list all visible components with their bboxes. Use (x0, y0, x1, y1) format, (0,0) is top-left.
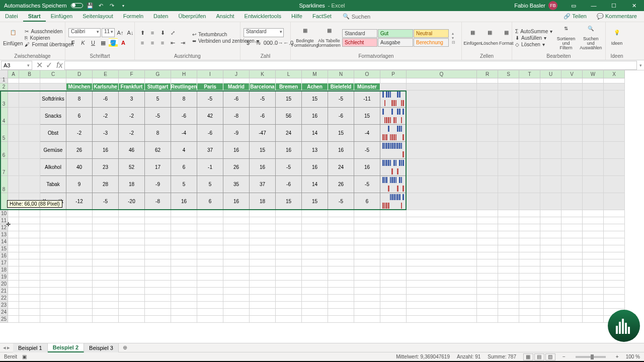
add-sheet-button[interactable]: ⊕ (119, 344, 131, 351)
cell[interactable] (498, 78, 519, 83)
underline-button[interactable]: U (89, 38, 98, 47)
cell[interactable] (8, 142, 19, 159)
cell[interactable]: -5 (354, 176, 380, 193)
font-size-select[interactable]: 11 (102, 28, 115, 37)
cell[interactable] (223, 231, 250, 238)
row-header[interactable]: 3 (0, 90, 8, 108)
cell[interactable]: 62 (145, 142, 171, 159)
cell[interactable] (119, 224, 145, 231)
cell[interactable] (145, 210, 171, 217)
col-header[interactable]: W (583, 70, 604, 78)
cell[interactable]: Tabak (40, 176, 66, 193)
cell[interactable]: -20 (119, 193, 145, 210)
indent-dec-icon[interactable]: ⇤ (168, 38, 177, 47)
cell[interactable] (197, 274, 223, 281)
cell[interactable] (477, 259, 498, 266)
row-header[interactable]: 1 (0, 78, 8, 83)
cell[interactable] (171, 316, 197, 323)
cell[interactable]: -4 (171, 125, 197, 142)
cell[interactable] (561, 281, 583, 288)
sheet-tab[interactable]: Beispiel 3 (84, 343, 119, 352)
cell[interactable] (380, 142, 407, 159)
cell[interactable] (197, 309, 223, 316)
cell[interactable] (302, 274, 328, 281)
cell[interactable] (354, 309, 380, 316)
cell[interactable] (302, 210, 328, 217)
cell[interactable] (197, 238, 223, 245)
col-header[interactable]: D (66, 70, 93, 78)
cell[interactable] (561, 176, 583, 193)
cell[interactable]: 6 (171, 159, 197, 176)
cell[interactable] (583, 281, 604, 288)
cell[interactable]: 37 (250, 176, 276, 193)
cell[interactable] (223, 259, 250, 266)
cell[interactable] (223, 295, 250, 302)
cell[interactable] (197, 295, 223, 302)
ribbon-tab-factset[interactable]: FactSet (307, 11, 337, 22)
cell[interactable]: Snacks (40, 108, 66, 125)
cell[interactable]: -5 (328, 90, 354, 108)
col-header[interactable]: C (40, 70, 66, 78)
cell[interactable] (354, 281, 380, 288)
cell[interactable]: Alkohol (40, 159, 66, 176)
clear-button[interactable]: ◇ Löschen ▾ (515, 42, 552, 47)
cell[interactable] (66, 224, 93, 231)
cell[interactable] (540, 295, 561, 302)
cell[interactable] (171, 231, 197, 238)
cell[interactable] (119, 274, 145, 281)
cell[interactable] (498, 142, 519, 159)
cell[interactable] (583, 274, 604, 281)
cell[interactable] (583, 78, 604, 83)
cell[interactable] (119, 288, 145, 295)
cell[interactable] (250, 295, 276, 302)
cell[interactable] (604, 266, 625, 274)
cell[interactable] (498, 288, 519, 295)
styles-more-icon[interactable]: ⊟ (452, 40, 455, 45)
cell[interactable]: -6 (250, 108, 276, 125)
cell[interactable] (66, 217, 93, 224)
cell[interactable] (223, 252, 250, 259)
cell[interactable]: -2 (119, 125, 145, 142)
cell[interactable] (540, 142, 561, 159)
cell[interactable] (40, 231, 66, 238)
save-icon[interactable]: 💾 (86, 2, 94, 10)
cell[interactable] (540, 245, 561, 252)
cell[interactable] (498, 295, 519, 302)
cell[interactable] (407, 302, 477, 309)
cell[interactable] (145, 302, 171, 309)
ribbon-tab-hilfe[interactable]: Hilfe (286, 11, 307, 22)
ribbon-tab-daten[interactable]: Daten (148, 11, 173, 22)
cell[interactable] (380, 231, 407, 238)
cell[interactable] (250, 217, 276, 224)
view-layout-icon[interactable]: ▤ (534, 353, 544, 360)
cell[interactable] (93, 252, 119, 259)
row-header[interactable]: 2 (0, 83, 8, 90)
cell[interactable] (380, 302, 407, 309)
align-bottom-icon[interactable]: ⬇ (158, 28, 167, 37)
cell-style-gut[interactable]: Gut (378, 29, 413, 38)
align-top-icon[interactable]: ⬆ (138, 28, 147, 37)
cell[interactable]: 15 (328, 125, 354, 142)
col-header[interactable]: G (145, 70, 171, 78)
cell[interactable]: 5 (171, 176, 197, 193)
cell[interactable]: 14 (302, 125, 328, 142)
cell[interactable] (8, 90, 19, 108)
cell[interactable] (407, 274, 477, 281)
cell[interactable] (8, 302, 19, 309)
cell[interactable] (498, 176, 519, 193)
indent-inc-icon[interactable]: ⇥ (178, 38, 187, 47)
cell[interactable] (171, 217, 197, 224)
cell[interactable] (561, 217, 583, 224)
cell[interactable] (93, 309, 119, 316)
cell[interactable] (276, 217, 302, 224)
cell[interactable] (250, 231, 276, 238)
cell[interactable] (19, 309, 40, 316)
autosave-toggle[interactable]: Automatisches Speichern (4, 3, 83, 9)
cell[interactable] (119, 231, 145, 238)
cell[interactable] (604, 288, 625, 295)
cell[interactable] (40, 217, 66, 224)
cell[interactable] (561, 274, 583, 281)
cell[interactable] (407, 210, 477, 217)
col-header[interactable]: U (540, 70, 561, 78)
cell[interactable]: 6 (197, 193, 223, 210)
